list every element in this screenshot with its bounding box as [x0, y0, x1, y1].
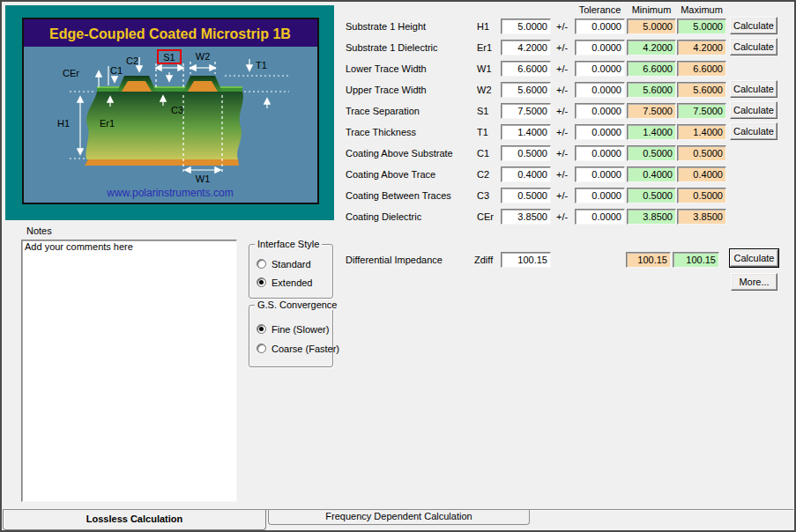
param-min-cell: 3.8500 [627, 209, 676, 225]
param-symbol: C3 [477, 188, 489, 203]
more-button[interactable]: More... [731, 273, 777, 291]
param-row-c3: Coating Between Traces C3 +/- 0.5000 0.5… [2, 188, 796, 203]
plus-minus-label: +/- [556, 124, 568, 140]
param-symbol: T1 [477, 124, 488, 140]
param-symbol: W1 [477, 61, 492, 77]
param-label: Trace Separation [346, 103, 420, 119]
radio-fine-circle[interactable] [257, 324, 266, 334]
param-max-cell: 3.8500 [677, 209, 726, 225]
param-value-input[interactable] [501, 40, 551, 55]
param-label: Trace Thickness [346, 124, 416, 140]
param-symbol: Er1 [477, 40, 492, 55]
param-calculate-button[interactable]: Calculate [730, 101, 777, 119]
param-value-input[interactable] [501, 18, 551, 34]
plus-minus-label: +/- [556, 166, 568, 182]
param-label: Substrate 1 Dielectric [346, 40, 438, 55]
param-min-cell: 5.6000 [627, 82, 676, 98]
param-label: Upper Trace Width [346, 82, 427, 98]
param-max-cell: 5.6000 [677, 82, 726, 98]
param-tolerance-input[interactable] [575, 18, 625, 34]
param-max-cell: 7.5000 [677, 103, 726, 119]
plus-minus-label: +/- [556, 61, 568, 77]
param-value-input[interactable] [501, 124, 551, 140]
param-tolerance-input[interactable] [575, 103, 625, 119]
param-calculate-button[interactable]: Calculate [730, 80, 777, 98]
plus-minus-label: +/- [556, 18, 568, 34]
zdiff-calculate-button[interactable]: Calculate [730, 249, 778, 267]
param-value-input[interactable] [501, 145, 551, 161]
param-value-input[interactable] [501, 209, 551, 225]
param-tolerance-input[interactable] [575, 209, 625, 225]
param-label: Coating Above Trace [346, 166, 435, 182]
param-row-c1: Coating Above Substrate C1 +/- 0.5000 0.… [2, 145, 796, 161]
param-calculate-button[interactable]: Calculate [730, 122, 777, 140]
param-symbol: C1 [477, 145, 489, 161]
param-row-s1: Trace Separation S1 +/- 7.5000 7.5000 Ca… [2, 103, 796, 119]
param-symbol: H1 [477, 18, 489, 34]
radio-coarse-faster[interactable]: Coarse (Faster) [257, 343, 339, 354]
param-label: Coating Above Substrate [346, 145, 453, 161]
zdiff-symbol: Zdiff [474, 252, 493, 268]
param-value-input[interactable] [501, 61, 551, 77]
param-max-cell: 0.4000 [677, 166, 726, 182]
radio-standard[interactable]: Standard [257, 258, 311, 270]
gs-convergence-title: G.S. Convergence [255, 299, 340, 310]
tab-lossless-calculation[interactable]: Lossless Calculation [3, 510, 266, 530]
tab-frequency-dependent-calculation[interactable]: Frequency Dependent Calculation [268, 510, 530, 525]
param-calculate-button[interactable]: Calculate [730, 38, 777, 55]
param-row-er1: Substrate 1 Dielectric Er1 +/- 4.2000 4.… [2, 40, 796, 55]
param-symbol: C2 [477, 166, 489, 182]
plus-minus-label: +/- [556, 82, 568, 98]
param-max-cell: 1.4000 [677, 124, 726, 140]
radio-extended[interactable]: Extended [257, 277, 312, 288]
radio-standard-label: Standard [272, 259, 311, 270]
param-tolerance-input[interactable] [575, 166, 625, 182]
column-header-tolerance: Tolerance [573, 4, 627, 16]
radio-fine-slower[interactable]: Fine (Slower) [257, 323, 329, 335]
param-calculate-button[interactable]: Calculate [730, 17, 777, 34]
column-header-maximum: Maximum [675, 4, 728, 16]
param-row-h1: Substrate 1 Height H1 +/- 5.0000 5.0000 … [2, 18, 796, 34]
param-min-cell: 0.4000 [627, 166, 676, 182]
param-max-cell: 0.5000 [677, 188, 726, 203]
param-row-w1: Lower Trace Width W1 +/- 6.6000 6.6000 [2, 61, 796, 77]
param-row-c2: Coating Above Trace C2 +/- 0.4000 0.4000 [2, 166, 796, 182]
param-symbol: S1 [477, 103, 488, 119]
param-tolerance-input[interactable] [575, 82, 625, 98]
param-label: Substrate 1 Height [346, 18, 426, 34]
param-label: Coating Between Traces [346, 188, 451, 203]
param-max-cell: 6.6000 [677, 61, 726, 77]
application-window: Edge-Coupled Coated Microstrip 1B [0, 0, 796, 532]
param-tolerance-input[interactable] [575, 61, 625, 77]
param-min-cell: 6.6000 [627, 61, 676, 77]
param-row-t1: Trace Thickness T1 +/- 1.4000 1.4000 Cal… [2, 124, 796, 140]
zdiff-max-cell: 100.15 [673, 252, 719, 268]
param-value-input[interactable] [501, 103, 551, 119]
param-value-input[interactable] [501, 82, 551, 98]
param-tolerance-input[interactable] [575, 40, 625, 55]
zdiff-value-input[interactable] [501, 252, 551, 268]
notes-textarea[interactable] [21, 240, 237, 502]
radio-extended-label: Extended [272, 277, 312, 288]
param-label: Coating Dielectric [346, 209, 421, 225]
param-tolerance-input[interactable] [575, 145, 625, 161]
plus-minus-label: +/- [556, 209, 568, 225]
radio-coarse-circle[interactable] [257, 344, 266, 353]
radio-standard-circle[interactable] [257, 259, 266, 269]
interface-style-group: Interface Style Standard Extended [249, 244, 333, 299]
param-min-cell: 1.4000 [627, 124, 676, 140]
param-value-input[interactable] [501, 188, 551, 203]
param-max-cell: 0.5000 [677, 145, 726, 161]
param-value-input[interactable] [501, 166, 551, 182]
param-min-cell: 7.5000 [627, 103, 676, 119]
plus-minus-label: +/- [556, 188, 568, 203]
plus-minus-label: +/- [556, 40, 568, 55]
param-tolerance-input[interactable] [575, 188, 625, 203]
radio-coarse-label: Coarse (Faster) [272, 344, 339, 354]
zdiff-min-cell: 100.15 [626, 252, 671, 268]
radio-extended-circle[interactable] [257, 277, 266, 287]
plus-minus-label: +/- [556, 145, 568, 161]
radio-fine-label: Fine (Slower) [272, 324, 329, 335]
param-min-cell: 5.0000 [627, 18, 676, 34]
param-tolerance-input[interactable] [575, 124, 625, 140]
